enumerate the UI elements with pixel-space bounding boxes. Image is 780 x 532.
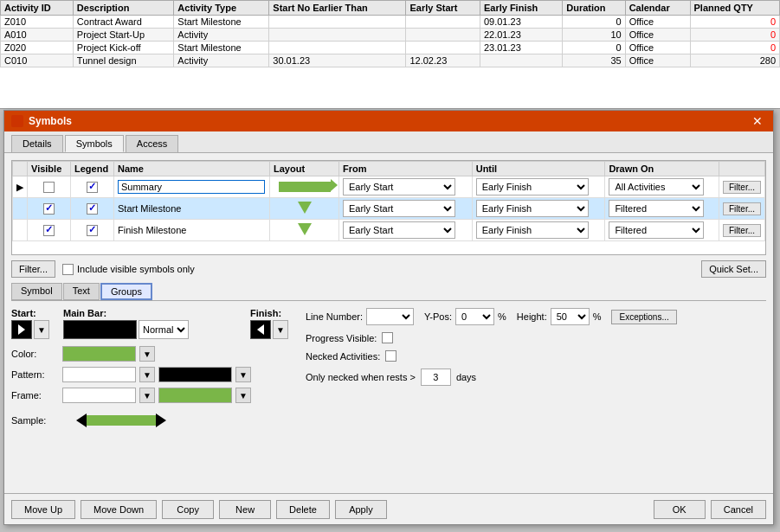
drawn-on-select-finish[interactable]: Filtered	[609, 221, 704, 239]
properties-area: Start: ▼ Main Bar:	[11, 308, 766, 427]
tab-access[interactable]: Access	[126, 135, 178, 152]
pattern-color-dropdown[interactable]: ▼	[235, 367, 251, 382]
close-button[interactable]: ✕	[749, 114, 766, 128]
expand-col-start	[13, 198, 28, 220]
progress-visible-label: Progress Visible:	[306, 333, 377, 343]
color-label: Color:	[11, 349, 59, 359]
finish-label: Finish:	[250, 308, 288, 318]
col-visible: Visible	[28, 162, 71, 176]
pattern-row: Pattern: ▼ ▼	[11, 367, 288, 382]
only-necked-days-input[interactable]	[421, 369, 451, 386]
new-button[interactable]: New	[219, 500, 271, 519]
delete-button[interactable]: Delete	[276, 500, 330, 519]
from-select-start[interactable]: Early Start	[343, 200, 455, 217]
legend-cb-start[interactable]	[87, 203, 98, 215]
col-activity-id: Activity ID	[1, 1, 74, 16]
until-select-summary[interactable]: Early Finish Early Start	[476, 178, 589, 195]
line-number-group: Line Number:	[306, 308, 414, 325]
filter-row: Filter... Include visible symbols only Q…	[11, 260, 766, 278]
main-bar-ctrl: Normal Thin Thick	[63, 320, 236, 339]
height-select[interactable]: 50	[551, 308, 590, 325]
activity-table: Activity ID Description Activity Type St…	[0, 0, 780, 67]
filter-btn-start[interactable]: Filter...	[723, 202, 761, 215]
expand-icon[interactable]: ▶	[13, 176, 28, 198]
progress-visible-checkbox[interactable]	[382, 332, 393, 343]
pattern-label: Pattern:	[11, 369, 59, 380]
legend-cb-finish[interactable]	[87, 225, 98, 236]
col-from: From	[339, 162, 473, 176]
frame-row: Frame: ▼ ▼	[11, 388, 288, 403]
from-select-summary[interactable]: Early Start Early Finish	[343, 178, 455, 195]
name-input-summary[interactable]	[118, 180, 265, 194]
frame-dropdown[interactable]: ▼	[139, 388, 155, 403]
col-filter-header	[719, 162, 764, 176]
col-start-nlt: Start No Earlier Than	[269, 1, 406, 16]
pattern-box[interactable]	[62, 367, 136, 382]
until-select-finish[interactable]: Early Finish	[476, 221, 589, 239]
frame-color-box[interactable]	[158, 388, 232, 403]
start-dropdown[interactable]: ▼	[34, 320, 49, 339]
apply-button[interactable]: Apply	[335, 500, 387, 519]
col-layout: Layout	[270, 162, 339, 176]
filter-btn-summary[interactable]: Filter...	[723, 181, 761, 194]
main-bar-group: Main Bar: Normal Thin Thick	[63, 308, 236, 339]
move-up-button[interactable]: Move Up	[11, 500, 75, 519]
sample-bar	[76, 413, 166, 427]
color-row: Color: ▼	[11, 346, 288, 362]
color-box[interactable]	[62, 346, 136, 362]
tab-symbols[interactable]: Symbols	[65, 135, 124, 152]
sub-tab-text[interactable]: Text	[63, 283, 100, 300]
ok-button[interactable]: OK	[654, 500, 706, 519]
finish-dropdown[interactable]: ▼	[273, 320, 288, 339]
dialog-titlebar: Symbols ✕	[4, 111, 773, 131]
until-select-start[interactable]: Early Finish	[476, 200, 589, 217]
table-row[interactable]: C010 Tunnel design Activity 30.01.23 12.…	[1, 54, 780, 67]
cancel-button[interactable]: Cancel	[711, 500, 766, 519]
pattern-dropdown[interactable]: ▼	[139, 367, 155, 382]
height-group: Height: 50 %	[517, 308, 602, 325]
drawn-on-select-start[interactable]: Filtered	[609, 200, 704, 217]
include-visible-label: Include visible symbols only	[62, 264, 195, 275]
table-row[interactable]: Z010 Contract Award Start Milestone 09.0…	[1, 16, 780, 29]
frame-color-dropdown[interactable]: ▼	[235, 388, 251, 403]
from-select-finish[interactable]: Early Start	[343, 221, 455, 239]
col-early-start: Early Start	[406, 1, 480, 16]
visible-cb-start[interactable]	[43, 203, 55, 215]
include-visible-checkbox[interactable]	[62, 264, 74, 275]
drawn-on-select-summary[interactable]: All Activities Filtered	[609, 178, 704, 195]
symbols-table: Visible Legend Name Layout From Until Dr…	[12, 161, 765, 241]
ypos-select[interactable]: 0	[455, 308, 494, 325]
move-down-button[interactable]: Move Down	[81, 500, 157, 519]
filter-button[interactable]: Filter...	[11, 260, 55, 278]
necked-activities-checkbox[interactable]	[385, 350, 396, 362]
table-row[interactable]: A010 Project Start-Up Activity 22.01.23 …	[1, 29, 780, 42]
legend-cb-summary[interactable]	[87, 182, 98, 193]
copy-button[interactable]: Copy	[162, 500, 214, 519]
exceptions-button[interactable]: Exceptions...	[611, 310, 676, 324]
visible-cb-summary[interactable]	[43, 182, 55, 193]
col-description: Description	[73, 1, 174, 16]
pattern-color-box[interactable]	[158, 367, 232, 382]
tab-details[interactable]: Details	[11, 135, 63, 152]
color-dropdown[interactable]: ▼	[139, 346, 155, 362]
sample-right-arrow	[156, 413, 166, 427]
symbol-row-finish-milestone[interactable]: Finish Milestone Early Start Early Finis…	[13, 220, 765, 241]
visible-cb-finish[interactable]	[43, 225, 55, 236]
table-row[interactable]: Z020 Project Kick-off Start Milestone 23…	[1, 42, 780, 54]
line-number-select[interactable]	[366, 308, 414, 325]
sub-tabs: Symbol Text Groups	[11, 283, 766, 301]
frame-box[interactable]	[62, 388, 136, 403]
finish-arrow-box[interactable]	[250, 320, 271, 339]
main-bar-type-select[interactable]: Normal Thin Thick	[139, 320, 189, 339]
quick-set-button[interactable]: Quick Set...	[701, 260, 766, 278]
start-arrow-inner	[18, 324, 25, 335]
symbols-table-container[interactable]: Visible Legend Name Layout From Until Dr…	[11, 160, 766, 255]
col-expand	[13, 162, 28, 176]
filter-btn-finish[interactable]: Filter...	[723, 224, 761, 237]
symbols-dialog: Symbols ✕ Details Symbols Access Visible…	[3, 110, 774, 525]
sub-tab-symbol[interactable]: Symbol	[11, 283, 62, 300]
symbol-row-summary[interactable]: ▶ Early Start Early Finish	[13, 176, 765, 198]
start-arrow-box[interactable]	[11, 320, 32, 339]
symbol-row-start-milestone[interactable]: Start Milestone Early Start Early Finish	[13, 198, 765, 220]
sub-tab-groups[interactable]: Groups	[100, 283, 152, 300]
